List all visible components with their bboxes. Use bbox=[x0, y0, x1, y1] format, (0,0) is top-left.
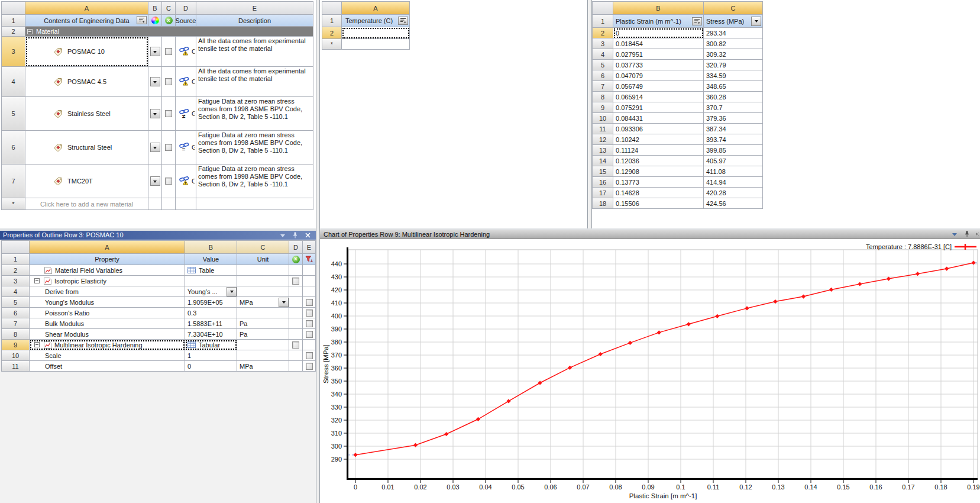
parameter-check-cell[interactable] bbox=[303, 318, 316, 329]
material-dropdown-cell[interactable] bbox=[148, 131, 162, 165]
data-point-marker[interactable] bbox=[745, 306, 749, 310]
dropdown-button[interactable] bbox=[150, 109, 160, 118]
row-number-cell[interactable]: 1 bbox=[322, 15, 342, 27]
property-name-cell[interactable]: Material Field Variables bbox=[30, 265, 185, 276]
row-number-cell[interactable]: 1 bbox=[593, 15, 613, 28]
color-sphere-icon[interactable] bbox=[151, 17, 159, 24]
stress-cell[interactable]: 300.82 bbox=[704, 38, 763, 49]
strain-cell[interactable]: 0.14628 bbox=[613, 188, 704, 198]
stress-cell[interactable]: 334.59 bbox=[704, 70, 763, 81]
stress-cell[interactable]: 309.32 bbox=[704, 49, 763, 60]
property-name-cell[interactable]: Derive from bbox=[30, 286, 185, 297]
dropdown-button[interactable] bbox=[150, 47, 160, 56]
unit-header-cell[interactable]: Unit bbox=[237, 254, 289, 265]
sort-button[interactable] bbox=[692, 17, 702, 25]
checkbox[interactable] bbox=[306, 320, 313, 327]
stress-cell[interactable]: 420.28 bbox=[704, 188, 763, 198]
row-number-cell[interactable]: 11 bbox=[2, 361, 30, 372]
suppress-check-cell[interactable] bbox=[289, 361, 303, 372]
data-point-marker[interactable] bbox=[829, 288, 833, 292]
suppress-sphere-icon[interactable]: X bbox=[165, 17, 173, 24]
pin-icon[interactable] bbox=[292, 232, 299, 239]
material-group-row[interactable]: Material bbox=[25, 27, 313, 37]
strain-cell[interactable]: 0.12908 bbox=[613, 166, 704, 177]
row-number-cell[interactable]: 12 bbox=[593, 134, 613, 145]
property-header-cell[interactable]: Property bbox=[30, 254, 185, 265]
data-point-marker[interactable] bbox=[945, 267, 949, 271]
chart-panel-titlebar[interactable]: Chart of Properties Row 9: Multilinear I… bbox=[320, 230, 980, 239]
row-number-cell[interactable]: 2 bbox=[2, 27, 25, 37]
parameter-check-cell[interactable] bbox=[303, 286, 316, 297]
parameter-check-cell[interactable] bbox=[303, 340, 316, 350]
dropdown-button[interactable] bbox=[227, 287, 237, 296]
stress-cell[interactable]: 405.97 bbox=[704, 156, 763, 166]
stress-cell[interactable]: 387.34 bbox=[704, 124, 763, 134]
row-number-cell[interactable]: 8 bbox=[2, 329, 30, 340]
material-dropdown-cell[interactable] bbox=[148, 67, 162, 97]
sort-button[interactable] bbox=[398, 17, 408, 25]
value-cell[interactable]: 0.3 bbox=[185, 308, 237, 318]
material-source-cell[interactable]: =G bbox=[176, 131, 196, 165]
stress-cell[interactable]: 411.08 bbox=[704, 166, 763, 177]
collapse-toggle-icon[interactable] bbox=[34, 278, 40, 283]
data-point-marker[interactable] bbox=[444, 432, 448, 436]
strain-cell[interactable]: 0.075291 bbox=[613, 102, 704, 113]
parameter-check-cell[interactable] bbox=[303, 350, 316, 361]
value-cell[interactable]: Table bbox=[185, 265, 237, 276]
suppress-check-cell[interactable] bbox=[289, 276, 303, 286]
unit-cell[interactable] bbox=[237, 340, 289, 350]
stress-cell[interactable]: 399.85 bbox=[704, 145, 763, 156]
unit-cell[interactable]: MPa bbox=[237, 361, 289, 372]
data-point-marker[interactable] bbox=[353, 453, 357, 457]
plastic-strain-header-cell[interactable]: Plastic Strain (m m^-1) bbox=[613, 15, 704, 28]
checkbox[interactable] bbox=[165, 110, 172, 117]
row-number-cell[interactable]: 7 bbox=[2, 165, 25, 198]
stress-header-cell[interactable]: Stress (MPa) bbox=[704, 15, 763, 28]
dropdown-button[interactable] bbox=[150, 176, 160, 186]
unit-cell[interactable] bbox=[237, 350, 289, 361]
value-dropdown[interactable]: Young's ... bbox=[185, 286, 237, 296]
row-number-cell[interactable]: 18 bbox=[593, 198, 613, 209]
material-source-cell[interactable]: C bbox=[176, 165, 196, 198]
row-number-cell[interactable]: 7 bbox=[593, 81, 613, 92]
row-number-cell[interactable]: 2 bbox=[322, 27, 342, 39]
checkbox[interactable] bbox=[306, 363, 313, 370]
suppress-sphere-icon[interactable]: X bbox=[292, 256, 300, 263]
filter-icon[interactable] bbox=[305, 256, 313, 263]
outline-col-header-c[interactable]: C bbox=[162, 2, 176, 15]
data-point-marker[interactable] bbox=[916, 272, 920, 276]
pin-icon[interactable] bbox=[963, 231, 971, 238]
close-icon[interactable] bbox=[976, 231, 979, 238]
description-column-header[interactable]: Description bbox=[196, 15, 313, 27]
material-suppress-cell[interactable] bbox=[162, 165, 176, 198]
row-number-cell[interactable]: * bbox=[2, 198, 25, 210]
data-point-marker[interactable] bbox=[568, 366, 572, 370]
row-number-cell[interactable]: 1 bbox=[2, 15, 25, 27]
data-col-header-b[interactable]: B bbox=[613, 2, 704, 15]
data-point-marker[interactable] bbox=[715, 314, 719, 318]
data-point-marker[interactable] bbox=[413, 443, 418, 447]
material-name-cell[interactable]: POSMAC 4.5 bbox=[25, 67, 148, 97]
value-cell[interactable]: Young's ... bbox=[185, 286, 237, 297]
row-number-cell[interactable]: 4 bbox=[2, 286, 30, 297]
contents-header-cell[interactable]: Contents of Engineering Data bbox=[25, 15, 148, 27]
strain-cell[interactable]: 0.027951 bbox=[613, 49, 704, 60]
material-source-cell[interactable]: C bbox=[176, 37, 196, 67]
unit-cell[interactable]: Pa bbox=[237, 318, 289, 329]
unit-cell[interactable]: MPa bbox=[237, 297, 289, 308]
value-cell[interactable]: 1.9059E+05 bbox=[185, 297, 237, 308]
strain-cell[interactable]: 0.037733 bbox=[613, 60, 704, 70]
property-name-cell[interactable]: Offset bbox=[30, 361, 185, 372]
outline-col-header-e[interactable]: E bbox=[196, 2, 313, 15]
temperature-header-cell[interactable]: Temperature (C) bbox=[342, 15, 410, 27]
unit-cell[interactable] bbox=[237, 276, 289, 286]
row-number-cell[interactable]: 14 bbox=[593, 156, 613, 166]
checkbox[interactable] bbox=[165, 48, 172, 55]
suppress-check-cell[interactable] bbox=[289, 286, 303, 297]
dropdown-button[interactable] bbox=[150, 77, 160, 86]
row-number-cell[interactable]: 5 bbox=[593, 60, 613, 70]
row-number-cell[interactable]: 1 bbox=[2, 254, 30, 265]
parameter-check-cell[interactable] bbox=[303, 308, 316, 318]
row-number-cell[interactable]: 5 bbox=[2, 97, 25, 131]
checkbox[interactable] bbox=[165, 78, 172, 85]
